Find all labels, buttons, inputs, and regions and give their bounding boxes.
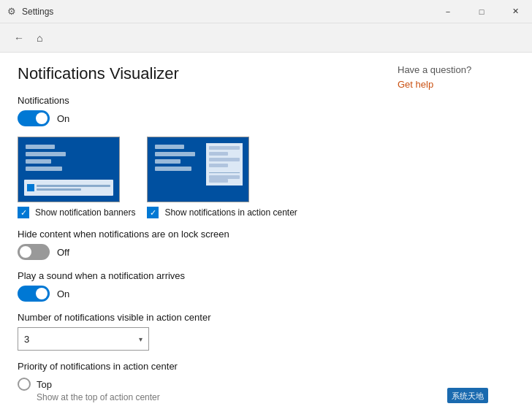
- banner-preview-item: ✓ Show notification banners: [18, 137, 135, 218]
- priority-top-item: Top Show at the top of action center: [18, 378, 368, 402]
- lock-screen-toggle-state: Off: [57, 247, 69, 258]
- notif-line: [26, 159, 51, 164]
- notifications-toggle-state: On: [57, 113, 69, 124]
- get-help-link[interactable]: Get help: [398, 79, 433, 90]
- lock-screen-toggle[interactable]: [18, 244, 50, 260]
- action-center-checkbox-row: ✓ Show notifications in action center: [147, 207, 297, 218]
- home-icon[interactable]: ⌂: [37, 32, 42, 44]
- panel-line: [209, 158, 240, 161]
- priority-label: Priority of notifications in action cent…: [18, 361, 368, 372]
- titlebar: ⚙ Settings − □ ✕: [0, 0, 532, 23]
- action-center-checkbox[interactable]: ✓: [147, 207, 159, 218]
- action-center-panel: [206, 143, 243, 186]
- banner-text-line: [37, 188, 81, 191]
- close-button[interactable]: ✕: [498, 0, 532, 23]
- priority-radio-group: Top Show at the top of action center Hig…: [18, 378, 368, 409]
- back-button[interactable]: ←: [7, 26, 31, 50]
- help-title: Have a question?: [398, 64, 520, 75]
- minimize-button[interactable]: −: [431, 0, 465, 23]
- sound-toggle[interactable]: [18, 286, 50, 302]
- priority-top-desc: Show at the top of action center: [37, 392, 368, 402]
- dropdown-value: 3: [24, 334, 29, 345]
- toggle-knob: [20, 246, 31, 258]
- sound-toggle-state: On: [57, 288, 69, 299]
- banner-checkbox[interactable]: ✓: [18, 207, 29, 218]
- lock-screen-label: Hide content when notifications are on l…: [18, 229, 368, 240]
- notif-line: [155, 167, 191, 171]
- banner-checkbox-label: Show notification banners: [35, 207, 135, 218]
- content-area: Notifications Visualizer Notifications O…: [0, 53, 386, 409]
- banner-dot: [27, 184, 34, 191]
- priority-top-label: Top: [37, 379, 52, 390]
- chevron-down-icon: ▾: [139, 335, 142, 343]
- notif-line: [155, 152, 195, 156]
- panel-line: [209, 152, 227, 156]
- notif-line: [155, 159, 180, 164]
- titlebar-controls: − □ ✕: [431, 0, 532, 23]
- banner-checkbox-row: ✓ Show notification banners: [18, 207, 135, 218]
- action-center-preview-thumb: [147, 137, 249, 202]
- notifications-label: Notifications: [18, 95, 368, 106]
- checkmark-icon: ✓: [20, 209, 27, 217]
- titlebar-title: Settings: [22, 7, 53, 17]
- lock-screen-toggle-row: Off: [18, 244, 368, 260]
- banner-notification: [24, 180, 113, 196]
- banner-preview-thumb: [18, 137, 120, 202]
- toggle-knob: [36, 112, 48, 124]
- panel-line: [209, 179, 227, 183]
- banner-text-lines: [37, 185, 110, 191]
- panel-line: [209, 146, 240, 150]
- visible-count-dropdown[interactable]: 3 ▾: [18, 327, 149, 351]
- page-title: Notifications Visualizer: [18, 64, 368, 83]
- toggle-knob: [36, 288, 48, 299]
- maximize-button[interactable]: □: [465, 0, 498, 23]
- priority-top-row: Top: [18, 378, 368, 391]
- main-layout: Notifications Visualizer Notifications O…: [0, 53, 532, 409]
- preview-row: ✓ Show notification banners: [18, 137, 368, 218]
- watermark: 系统天地: [452, 391, 484, 400]
- action-center-preview-item: ✓ Show notifications in action center: [147, 137, 297, 218]
- notif-lines-left: [26, 145, 66, 171]
- notif-lines-right: [155, 145, 195, 171]
- notifications-toggle[interactable]: [18, 110, 50, 126]
- navbar: ← ⌂: [0, 23, 532, 53]
- notif-line: [155, 145, 184, 149]
- panel-line: [209, 164, 227, 167]
- checkmark-icon: ✓: [150, 209, 156, 217]
- sound-toggle-row: On: [18, 286, 368, 302]
- settings-icon: ⚙: [7, 6, 16, 17]
- notif-line: [26, 145, 55, 149]
- notif-line: [26, 167, 62, 171]
- priority-top-radio[interactable]: [18, 378, 31, 391]
- visible-count-label: Number of notifications visible in actio…: [18, 312, 368, 323]
- action-center-checkbox-label: Show notifications in action center: [164, 207, 297, 218]
- sound-label: Play a sound when a notification arrives: [18, 270, 368, 281]
- notif-line: [26, 152, 66, 156]
- banner-text-line: [37, 185, 110, 187]
- notifications-toggle-row: On: [18, 110, 368, 126]
- right-panel: Have a question? Get help: [386, 53, 532, 409]
- panel-divider: [209, 172, 240, 183]
- titlebar-left: ⚙ Settings: [7, 6, 53, 17]
